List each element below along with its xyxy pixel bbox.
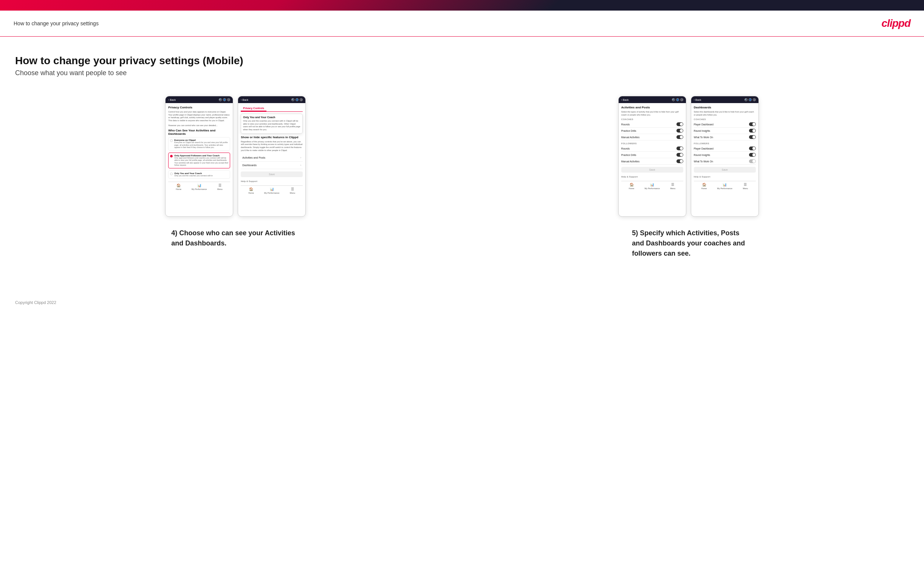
toggle-drills-followers-switch[interactable] [677,153,683,157]
who-can-see-title: Who Can See Your Activities and Dashboar… [168,129,230,135]
footer: Copyright Clippd 2022 [0,293,924,312]
person-icon-2[interactable]: 👤 [296,98,299,101]
tab-menu-2[interactable]: ☰ Menu [282,186,303,195]
toggle-round-insights-coaches-switch[interactable] [749,129,756,132]
toggle-rounds-coaches: Rounds [621,121,683,127]
person-icon[interactable]: 👤 [223,98,226,101]
menu-icon-2: ☰ [291,187,294,191]
toggle-rounds-followers-switch[interactable] [677,147,683,150]
main-content: How to change your privacy settings (Mob… [0,37,924,285]
tab-menu-3[interactable]: ☰ Menu [662,181,683,191]
phone-header-4: ‹ Back 🔍 👤 ⚙ [691,96,758,103]
radio-everyone [170,139,173,142]
settings-icon-2[interactable]: ⚙ [300,98,303,101]
header-icons-1: 🔍 👤 ⚙ [219,98,230,101]
toggle-rounds-coaches-switch[interactable] [677,122,683,126]
tab-home-3[interactable]: 🏠 Home [621,181,642,191]
back-button-4[interactable]: ‹ Back [694,98,701,101]
tab-performance-1[interactable]: 📊 My Performance [189,182,210,192]
tab-home-4[interactable]: 🏠 Home [694,181,715,191]
performance-icon: 📊 [197,184,202,187]
toggle-what-to-work-coaches-switch[interactable] [749,135,756,139]
what-to-work-label: What To Work On [694,136,713,139]
coaches-label-4: COACHES [694,118,756,121]
activities-posts-menu[interactable]: Activities and Posts › [241,154,303,162]
tab-performance-3[interactable]: 📊 My Performance [642,181,662,191]
phone-screen-3: ‹ Back 🔍 👤 ⚙ Activities and Posts Select… [618,96,686,217]
search-icon[interactable]: 🔍 [219,98,222,101]
tab-performance-4[interactable]: 📊 My Performance [714,181,735,191]
phone-body-2: Privacy Controls Only You and Your Coach… [238,103,305,216]
screenshot-pair-2: ‹ Back 🔍 👤 ⚙ Activities and Posts Select… [618,96,759,217]
tab-home-1[interactable]: 🏠 Home [168,182,189,192]
toggle-player-dash-followers-switch[interactable] [749,147,756,150]
tab-menu-4[interactable]: ☰ Menu [735,181,756,191]
toggle-manual-coaches-switch[interactable] [677,135,683,139]
person-icon-3[interactable]: 👤 [676,98,679,101]
screenshot-pair-1: ‹ Back 🔍 👤 ⚙ Privacy Controls Control ho… [165,96,306,217]
home-icon: 🏠 [176,184,181,187]
tab-menu-1[interactable]: ☰ Menu [210,182,231,192]
manual-label-coaches: Manual Activities [621,136,640,139]
toggle-player-dash-followers: Player Dashboard [694,145,756,152]
followers-label-4: FOLLOWERS [694,142,756,145]
privacy-controls-tab[interactable]: Privacy Controls [241,106,267,111]
toggle-what-to-work-followers-switch[interactable] [749,160,756,163]
rounds-label-coaches: Rounds [621,123,630,126]
save-button-3[interactable]: Save [621,167,683,172]
show-hide-title: Show or hide specific features in Clippd [241,135,303,139]
option-approved[interactable]: Only Approved Followers and Your Coach O… [168,153,230,168]
settings-icon[interactable]: ⚙ [227,98,230,101]
toggle-manual-followers-switch[interactable] [677,160,683,163]
breadcrumb: How to change your privacy settings [14,20,99,26]
toggle-manual-followers: Manual Activities [621,158,683,164]
search-icon-3[interactable]: 🔍 [672,98,675,101]
round-insights-label: Round Insights [694,129,710,132]
home-icon-2: 🏠 [249,187,253,191]
option-only-you[interactable]: Only You and Your Coach Only you and the… [168,170,230,179]
toggle-round-insights-coaches: Round Insights [694,127,756,134]
back-button-2[interactable]: ‹ Back [241,98,248,101]
tab-home-2[interactable]: 🏠 Home [241,186,262,195]
tab-home-label-2: Home [248,192,254,194]
copyright: Copyright Clippd 2022 [15,300,56,305]
settings-icon-3[interactable]: ⚙ [680,98,683,101]
dashboards-menu[interactable]: Dashboards › [241,162,303,169]
drills-label-followers: Practice Drills [621,154,636,156]
search-icon-2[interactable]: 🔍 [291,98,294,101]
phone-screen-2: ‹ Back 🔍 👤 ⚙ Privacy Controls [238,96,306,217]
person-icon-4[interactable]: 👤 [749,98,752,101]
phone-body-1: Privacy Controls Control how you and you… [166,103,233,216]
toggle-round-insights-followers-switch[interactable] [749,153,756,157]
settings-icon-4[interactable]: ⚙ [753,98,756,101]
back-button-1[interactable]: ‹ Back [168,98,176,101]
rounds-label-followers: Rounds [621,147,630,150]
activities-posts-desc: Select the types of activity that you'd … [621,111,683,116]
tab-menu-label-3: Menu [670,187,676,190]
toggle-player-dash-coaches-switch[interactable] [749,122,756,126]
phone-screen-4: ‹ Back 🔍 👤 ⚙ Dashboards Select the dashb… [691,96,759,217]
option-everyone[interactable]: Everyone on Clippd Everyone on Clippd ca… [168,137,230,151]
phone-screen-1: ‹ Back 🔍 👤 ⚙ Privacy Controls Control ho… [165,96,233,217]
save-button-2[interactable]: Save [241,171,303,177]
page-header: How to change your privacy settings clip… [0,11,924,37]
back-button-3[interactable]: ‹ Back [621,98,629,101]
activities-posts-label: Activities and Posts [242,156,265,159]
popover: Only You and Your Coach Only you and the… [241,114,303,134]
drills-label-coaches: Practice Drills [621,129,636,132]
search-icon-4[interactable]: 🔍 [745,98,748,101]
caption-2: 5) Specify which Activities, Posts and D… [632,224,745,263]
tab-performance-2[interactable]: 📊 My Performance [262,186,282,195]
phone-header-1: ‹ Back 🔍 👤 ⚙ [166,96,233,103]
tab-header-row: Privacy Controls [241,106,303,112]
performance-icon-3: 📊 [650,183,654,187]
save-button-4[interactable]: Save [694,167,756,172]
tab-bar-2: 🏠 Home 📊 My Performance ☰ Menu [241,185,303,195]
toggle-what-to-work-coaches: What To Work On [694,134,756,140]
toggle-drills-coaches-switch[interactable] [677,129,683,132]
screenshot-group-1: ‹ Back 🔍 👤 ⚙ Privacy Controls Control ho… [15,96,456,252]
page-subtitle: Choose what you want people to see [15,69,909,77]
round-insights-followers-label: Round Insights [694,154,710,156]
tab-bar-4: 🏠 Home 📊 My Performance ☰ Menu [694,181,756,191]
screenshot-group-2: ‹ Back 🔍 👤 ⚙ Activities and Posts Select… [468,96,909,263]
